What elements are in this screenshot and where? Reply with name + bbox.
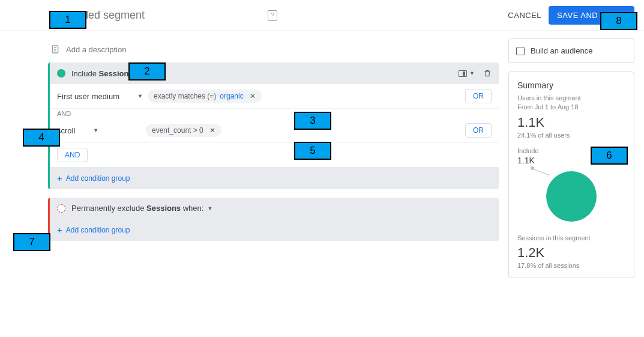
chip-operator: event_count > 0 xyxy=(152,126,203,135)
segment-name-input[interactable] xyxy=(64,9,244,22)
add-group-label: Add condition group xyxy=(66,174,130,183)
chevron-down-icon[interactable]: ▼ xyxy=(207,205,212,211)
chevron-down-icon: ▼ xyxy=(137,93,143,99)
exclude-sessions-bold: Sessions xyxy=(146,204,181,213)
annotation-5: 5 xyxy=(294,142,331,160)
include-label: Include xyxy=(517,147,538,154)
filter-chip-2[interactable]: event_count > 0 ✕ xyxy=(146,124,221,137)
summary-sessions-pct: 17.8% of all sessions xyxy=(517,262,625,269)
summary-users-value: 1.1K xyxy=(517,115,625,130)
plus-icon: + xyxy=(57,225,62,235)
include-prefix: Include xyxy=(71,69,99,78)
dimension-label: First user medium xyxy=(57,92,119,101)
add-group-label: Add condition group xyxy=(66,226,130,234)
exclude-dot-icon xyxy=(57,204,65,213)
summary-sessions-value: 1.2K xyxy=(517,245,625,261)
summary-pie-chart xyxy=(517,169,625,223)
summary-users-pct: 24.1% of all users xyxy=(517,132,625,139)
scope-icon xyxy=(459,70,467,77)
include-value: 1.1K xyxy=(517,156,535,165)
annotation-8: 8 xyxy=(600,12,637,30)
exclude-group-header: Permanently exclude Sessions when: ▼ xyxy=(50,198,499,219)
scope-selector[interactable]: ▼ xyxy=(456,69,477,78)
summary-title: Summary xyxy=(517,80,625,90)
summary-date-range: From Jul 1 to Aug 18 xyxy=(517,103,625,112)
description-row xyxy=(48,38,499,62)
pie-slice-include xyxy=(546,171,597,222)
annotation-3: 3 xyxy=(294,112,331,130)
segment-header: ← ? CANCEL SAVE AND APPLY xyxy=(0,0,644,31)
include-condition-group: Include Sessions when: ▼ First user medi… xyxy=(48,62,499,189)
close-icon[interactable]: ✕ xyxy=(209,126,215,135)
chip-value: organic xyxy=(220,92,243,100)
annotation-4: 4 xyxy=(23,129,60,147)
close-icon[interactable]: ✕ xyxy=(250,92,256,100)
plus-icon: + xyxy=(57,173,62,183)
chip-operator: exactly matches (=) xyxy=(154,92,216,100)
annotation-6: 6 xyxy=(591,147,628,165)
checkbox-icon[interactable] xyxy=(516,47,525,55)
condition-row-1: First user medium ▼ exactly matches (=) … xyxy=(50,84,499,109)
filter-chip-1[interactable]: exactly matches (=) organic ✕ xyxy=(148,90,262,103)
include-group-header: Include Sessions when: ▼ xyxy=(50,62,499,84)
description-icon xyxy=(50,44,60,54)
or-button-1[interactable]: OR xyxy=(465,89,492,103)
exclude-prefix: Permanently exclude xyxy=(71,204,146,213)
chevron-down-icon: ▼ xyxy=(469,70,475,76)
annotation-1: 1 xyxy=(49,11,86,29)
build-audience-card[interactable]: Build an audience xyxy=(508,38,634,63)
summary-users-label: Users in this segment xyxy=(517,94,625,103)
and-button[interactable]: AND xyxy=(57,148,88,162)
build-audience-label: Build an audience xyxy=(531,46,592,55)
description-input[interactable] xyxy=(66,45,186,54)
exclude-header-text: Permanently exclude Sessions when: xyxy=(71,204,203,213)
summary-card: Summary Users in this segment From Jul 1… xyxy=(508,71,634,278)
annotation-2: 2 xyxy=(128,62,166,80)
chevron-down-icon: ▼ xyxy=(93,127,98,133)
add-condition-group-include[interactable]: + Add condition group xyxy=(50,167,499,189)
condition-row-2: scroll ▼ event_count > 0 ✕ OR xyxy=(50,118,499,143)
or-button-2[interactable]: OR xyxy=(465,123,492,138)
conditions-card: First user medium ▼ exactly matches (=) … xyxy=(50,84,499,167)
trash-icon[interactable] xyxy=(483,68,492,78)
exclude-condition-group: Permanently exclude Sessions when: ▼ + A… xyxy=(48,198,499,241)
include-dot-icon xyxy=(57,69,65,77)
and-label: AND xyxy=(50,109,499,118)
dimension-select-2[interactable]: scroll ▼ xyxy=(57,126,141,135)
help-icon[interactable]: ? xyxy=(268,10,277,21)
cancel-button[interactable]: CANCEL xyxy=(501,6,549,25)
dimension-select-1[interactable]: First user medium ▼ xyxy=(57,92,143,101)
exclude-suffix: when: xyxy=(181,204,203,213)
annotation-7: 7 xyxy=(13,233,50,251)
add-condition-group-exclude[interactable]: + Add condition group xyxy=(50,219,499,241)
summary-sessions-label: Sessions in this segment xyxy=(517,234,625,243)
